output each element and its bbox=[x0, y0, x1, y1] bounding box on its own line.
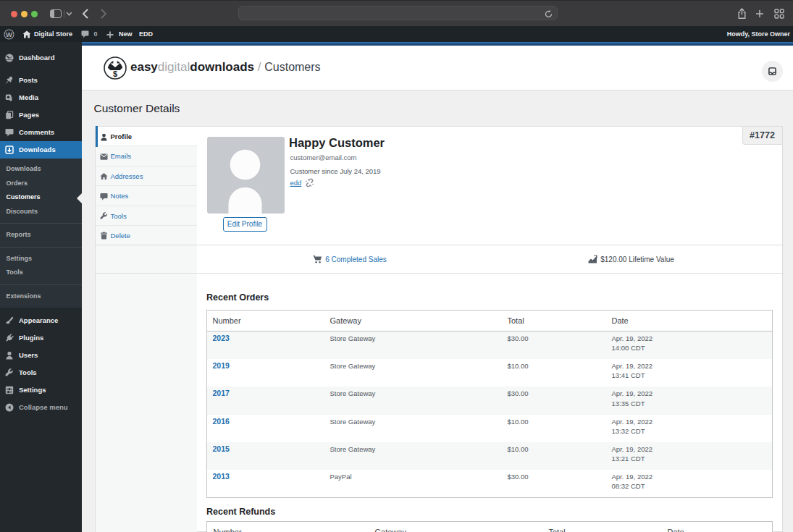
svg-text:W: W bbox=[6, 30, 12, 38]
svg-text:$: $ bbox=[113, 69, 117, 78]
